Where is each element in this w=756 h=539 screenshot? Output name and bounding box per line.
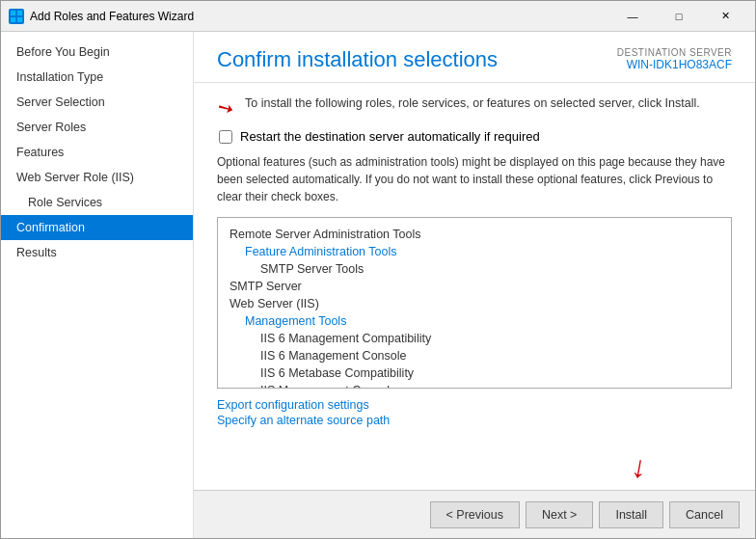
main-window: Add Roles and Features Wizard — □ ✕ Befo… — [0, 0, 756, 539]
main-panel: Confirm installation selections DESTINAT… — [194, 32, 755, 538]
window-title: Add Roles and Features Wizard — [30, 10, 194, 23]
svg-rect-2 — [11, 17, 15, 22]
restart-checkbox-row[interactable]: Restart the destination server automatic… — [219, 129, 732, 144]
note-text: Optional features (such as administratio… — [217, 153, 732, 205]
next-button[interactable]: Next > — [526, 501, 593, 528]
feature-item: Remote Server Administration Tools — [230, 226, 719, 243]
feature-item: IIS Management Console — [230, 382, 719, 389]
page-header: Confirm installation selections DESTINAT… — [194, 32, 755, 83]
content-area: Before You BeginInstallation TypeServer … — [1, 32, 755, 538]
svg-rect-0 — [11, 11, 15, 15]
feature-item: IIS 6 Management Compatibility — [230, 330, 719, 347]
svg-rect-1 — [17, 11, 22, 15]
feature-item: IIS 6 Metabase Compatibility — [230, 364, 719, 382]
link-export-configuration-settings[interactable]: Export configuration settings — [217, 398, 732, 412]
feature-item: Web Server (IIS) — [230, 295, 719, 312]
sidebar: Before You BeginInstallation TypeServer … — [1, 32, 194, 538]
feature-item: Feature Administration Tools — [230, 243, 719, 260]
sidebar-item-installation-type[interactable]: Installation Type — [1, 65, 193, 90]
title-bar: Add Roles and Features Wizard — □ ✕ — [1, 1, 755, 32]
sidebar-item-results[interactable]: Results — [1, 240, 193, 265]
maximize-button[interactable]: □ — [657, 1, 701, 32]
sidebar-item-features[interactable]: Features — [1, 140, 193, 165]
restart-checkbox[interactable] — [219, 130, 232, 144]
destination-label: DESTINATION SERVER — [617, 47, 732, 58]
page-title: Confirm installation selections — [217, 47, 498, 72]
feature-item: SMTP Server — [230, 278, 719, 295]
previous-button[interactable]: < Previous — [430, 501, 520, 528]
app-icon — [9, 9, 24, 24]
features-list[interactable]: Remote Server Administration ToolsFeatur… — [217, 217, 732, 389]
sidebar-item-before-you-begin[interactable]: Before You Begin — [1, 40, 193, 65]
instruction-text: To install the following roles, role ser… — [245, 96, 700, 110]
link-specify-an-alternate-source-path[interactable]: Specify an alternate source path — [217, 414, 732, 427]
destination-name: WIN-IDK1HO83ACF — [617, 58, 732, 71]
links-section: Export configuration settingsSpecify an … — [217, 398, 732, 427]
destination-server-info: DESTINATION SERVER WIN-IDK1HO83ACF — [617, 47, 732, 71]
cancel-button[interactable]: Cancel — [669, 501, 740, 528]
sidebar-item-web-server-role-(iis)[interactable]: Web Server Role (IIS) — [1, 165, 193, 190]
feature-item: SMTP Server Tools — [230, 260, 719, 278]
sidebar-item-confirmation[interactable]: Confirmation — [1, 215, 193, 240]
instruction-row: ➘ To install the following roles, role s… — [217, 96, 732, 120]
arrow-icon: ➘ — [212, 94, 238, 121]
minimize-button[interactable]: — — [610, 1, 655, 32]
footer-bar: < Previous Next > Install Cancel — [194, 490, 755, 538]
close-button[interactable]: ✕ — [703, 1, 747, 32]
feature-item: IIS 6 Management Console — [230, 347, 719, 364]
sidebar-item-server-selection[interactable]: Server Selection — [1, 90, 193, 115]
page-body: ➘ To install the following roles, role s… — [194, 83, 755, 490]
window-controls: — □ ✕ — [610, 1, 747, 32]
svg-rect-3 — [17, 17, 22, 22]
feature-item: Management Tools — [230, 312, 719, 330]
sidebar-item-server-roles[interactable]: Server Roles — [1, 115, 193, 140]
restart-label: Restart the destination server automatic… — [240, 129, 540, 144]
install-button[interactable]: Install — [599, 501, 663, 528]
title-bar-left: Add Roles and Features Wizard — [9, 9, 194, 24]
sidebar-item-role-services[interactable]: Role Services — [1, 190, 193, 215]
